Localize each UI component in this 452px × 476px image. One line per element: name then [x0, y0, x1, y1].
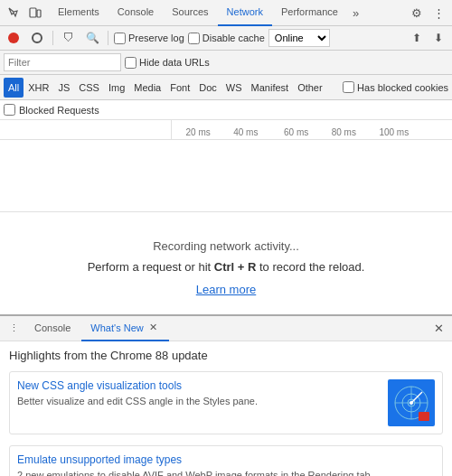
- network-main-area: Blocked Requests 20 ms 40 ms 60 ms 80 ms…: [0, 100, 452, 314]
- import-har-icon[interactable]: ⬆: [407, 28, 427, 48]
- svg-point-8: [410, 401, 413, 405]
- hide-data-urls-checkbox[interactable]: [125, 57, 137, 69]
- hint-prefix: Perform a request or hit: [88, 260, 214, 274]
- type-btn-ws[interactable]: WS: [221, 78, 247, 98]
- news-item-emulate-image-desc: 2 new emulations to disable AVIF and Web…: [17, 469, 435, 476]
- type-btn-all[interactable]: All: [4, 78, 24, 98]
- blocked-requests-row: Blocked Requests: [0, 100, 452, 120]
- record-dot: [8, 33, 19, 43]
- news-item-css-angle-thumb: [388, 379, 435, 426]
- news-item-css-angle: New CSS angle visualization tools Better…: [9, 371, 443, 434]
- timeline-mark-100ms: 100 ms: [379, 127, 409, 137]
- has-blocked-cookies-checkbox[interactable]: [343, 81, 354, 93]
- blocked-requests-label: Blocked Requests: [19, 105, 99, 116]
- network-throttle-select[interactable]: Online Fast 3G Slow 3G Offline: [268, 29, 330, 47]
- devtools-icons: [4, 3, 45, 23]
- learn-more-link[interactable]: Learn more: [196, 283, 256, 296]
- tab-sources[interactable]: Sources: [163, 0, 217, 26]
- type-btn-font[interactable]: Font: [165, 78, 194, 98]
- devtools-right-icons: ⚙ ⋮: [407, 3, 448, 23]
- type-btn-js[interactable]: JS: [53, 78, 74, 98]
- panel-options-icon[interactable]: ⋮: [4, 319, 24, 339]
- tab-network[interactable]: Network: [218, 0, 272, 26]
- panel-tab-console[interactable]: Console: [25, 316, 80, 341]
- network-toolbar: ⛉ 🔍 Preserve log Disable cache Online Fa…: [0, 26, 452, 51]
- clear-button[interactable]: [27, 28, 47, 48]
- chromium-thumb-image: [388, 379, 435, 426]
- type-btn-media[interactable]: Media: [129, 78, 165, 98]
- panel-tab-whats-new[interactable]: What's New ✕: [81, 316, 168, 341]
- preserve-log-label[interactable]: Preserve log: [114, 33, 184, 44]
- settings-icon[interactable]: ⚙: [407, 3, 427, 23]
- search-icon[interactable]: 🔍: [82, 28, 102, 48]
- toolbar-separator-2: [108, 31, 108, 45]
- type-btn-doc[interactable]: Doc: [194, 78, 221, 98]
- svg-rect-9: [419, 412, 429, 421]
- bottom-panel-header: ⋮ Console What's New ✕ ✕: [0, 316, 452, 341]
- timeline-mark-60ms: 60 ms: [284, 127, 308, 137]
- timeline-mark-20ms: 20 ms: [186, 127, 211, 137]
- timeline-mark-80ms: 80 ms: [332, 127, 356, 137]
- center-message: Recording network activity... Perform a …: [0, 212, 452, 314]
- news-item-css-angle-text: New CSS angle visualization tools Better…: [17, 379, 381, 408]
- news-item-css-angle-title[interactable]: New CSS angle visualization tools: [17, 379, 381, 392]
- type-btn-manifest[interactable]: Manifest: [247, 78, 294, 98]
- close-panel-button[interactable]: ✕: [428, 319, 448, 339]
- type-btn-css[interactable]: CSS: [74, 78, 104, 98]
- type-btn-img[interactable]: Img: [104, 78, 129, 98]
- timeline-marks: 20 ms 40 ms 60 ms 80 ms 100 ms: [172, 137, 452, 139]
- news-item-emulate-image: Emulate unsupported image types 2 new em…: [9, 445, 443, 476]
- news-item-css-angle-desc: Better visualize and edit CSS angle in t…: [17, 395, 381, 408]
- hide-data-urls-label[interactable]: Hide data URLs: [125, 57, 210, 69]
- import-export-icons: ⬆ ⬇: [407, 28, 448, 48]
- news-item-emulate-image-text: Emulate unsupported image types 2 new em…: [17, 453, 435, 476]
- network-waterfall-empty: [0, 140, 452, 212]
- device-toolbar-icon[interactable]: [25, 3, 45, 23]
- timeline-mark-40ms: 40 ms: [233, 127, 258, 137]
- blocked-requests-checkbox[interactable]: [4, 104, 15, 116]
- more-options-icon[interactable]: ⋮: [428, 3, 448, 23]
- has-blocked-cookies-label[interactable]: Has blocked cookies: [343, 81, 448, 93]
- bottom-panel-content: Highlights from the Chrome 88 update New…: [0, 341, 452, 476]
- export-har-icon[interactable]: ⬇: [428, 28, 448, 48]
- bottom-panel: ⋮ Console What's New ✕ ✕ Highlights from…: [0, 314, 452, 476]
- tabs-more-button[interactable]: »: [347, 0, 364, 26]
- type-filter-row: All XHR JS CSS Img Media Font Doc WS Man…: [0, 75, 452, 100]
- toolbar-separator-1: [52, 31, 53, 45]
- recording-message: Recording network activity...: [153, 239, 299, 253]
- type-btn-xhr[interactable]: XHR: [24, 78, 53, 98]
- timeline-left-col: [0, 120, 172, 139]
- tab-elements[interactable]: Elements: [49, 0, 108, 26]
- svg-rect-1: [37, 10, 41, 17]
- tab-console[interactable]: Console: [108, 0, 163, 26]
- disable-cache-checkbox[interactable]: [188, 33, 200, 44]
- hint-suffix: to record the reload.: [256, 260, 364, 274]
- clear-icon: [32, 33, 42, 43]
- inspect-icon[interactable]: [4, 3, 24, 23]
- tab-performance[interactable]: Performance: [272, 0, 347, 26]
- hint-message: Perform a request or hit Ctrl + R to rec…: [88, 260, 365, 274]
- filter-row: Hide data URLs: [0, 51, 452, 75]
- timeline-header: 20 ms 40 ms 60 ms 80 ms 100 ms: [0, 120, 452, 140]
- record-button[interactable]: [4, 28, 24, 48]
- whats-new-title: Highlights from the Chrome 88 update: [9, 349, 443, 362]
- news-item-emulate-image-title[interactable]: Emulate unsupported image types: [17, 453, 435, 466]
- preserve-log-checkbox[interactable]: [114, 33, 126, 44]
- type-btn-other[interactable]: Other: [293, 78, 327, 98]
- svg-rect-0: [30, 8, 36, 17]
- close-whats-new-tab[interactable]: ✕: [147, 322, 160, 334]
- hint-key: Ctrl + R: [214, 260, 257, 274]
- filter-input[interactable]: [4, 53, 121, 71]
- top-tabs-bar: Elements Console Sources Network Perform…: [0, 0, 452, 26]
- disable-cache-label[interactable]: Disable cache: [188, 33, 265, 44]
- filter-icon[interactable]: ⛉: [59, 28, 79, 48]
